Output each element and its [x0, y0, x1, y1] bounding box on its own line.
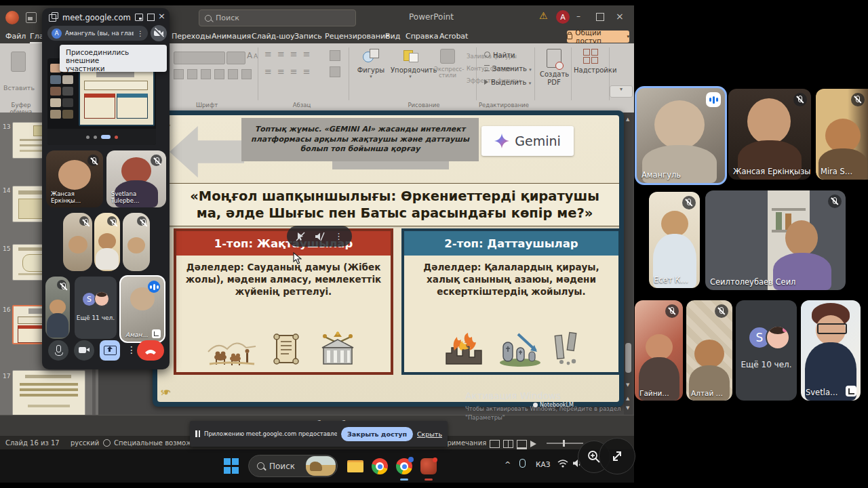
- reading-view-icon[interactable]: [517, 440, 527, 449]
- expand-window-icon[interactable]: [147, 14, 155, 21]
- more-vert-icon[interactable]: ⋮: [137, 30, 144, 37]
- status-language[interactable]: русский: [71, 439, 99, 447]
- find-button[interactable]: Найти: [484, 52, 515, 59]
- stop-sharing-button[interactable]: Закрыть доступ: [341, 427, 413, 441]
- pip-expand-icon[interactable]: [152, 329, 161, 338]
- close-button[interactable]: ×: [616, 11, 624, 22]
- slide-sorter-view-icon[interactable]: [503, 440, 513, 448]
- font-style-icons[interactable]: [174, 69, 252, 79]
- start-button[interactable]: [224, 458, 240, 474]
- pip-mode-icon[interactable]: [135, 14, 143, 21]
- camera-button[interactable]: [74, 340, 94, 361]
- overflow-participants-tile[interactable]: S Ещё 11 чел.: [75, 277, 117, 339]
- participant-tile[interactable]: [94, 213, 120, 271]
- shrink-font-icon[interactable]: А: [254, 53, 258, 60]
- tray-chevron-up-icon[interactable]: ^: [505, 460, 511, 469]
- tab-animations[interactable]: Анимация: [212, 32, 251, 41]
- taskbar-search-box[interactable]: Поиск: [248, 455, 338, 477]
- minimize-button[interactable]: –: [576, 12, 580, 21]
- create-pdf-button[interactable]: СоздатьPDF: [540, 49, 568, 86]
- tab-acrobat[interactable]: Acrobat: [439, 32, 468, 41]
- align-text-icon[interactable]: [330, 66, 340, 77]
- pause-share-icon[interactable]: [195, 430, 200, 437]
- participant-tile[interactable]: Жансая Еркінқы…: [46, 150, 103, 207]
- tab-record[interactable]: Запись: [294, 32, 322, 41]
- hangup-button[interactable]: [137, 340, 164, 361]
- next-slide-icon[interactable]: ▼: [626, 405, 629, 411]
- participant-tile[interactable]: Алтай …: [686, 300, 732, 401]
- file-explorer-icon[interactable]: [347, 458, 363, 474]
- more-options-icon[interactable]: ⋮: [127, 344, 136, 355]
- participant-name: Сеилтолеубаев Сеил: [710, 277, 795, 287]
- scrollbar-thumb[interactable]: [625, 343, 631, 373]
- share-button[interactable]: Общий доступ ▾: [567, 30, 629, 43]
- powerpoint-taskbar-icon[interactable]: [420, 458, 437, 474]
- canvas-scrollbar[interactable]: ▲ ▼ ▲ ▼: [624, 113, 633, 420]
- normal-view-icon[interactable]: [490, 440, 500, 448]
- chrome-icon[interactable]: [372, 458, 388, 474]
- zoom-slider[interactable]: [547, 443, 583, 444]
- text-direction-icon[interactable]: [330, 50, 340, 61]
- scroll-up-icon[interactable]: ▲: [626, 117, 629, 122]
- previous-slide-icon[interactable]: ▲: [626, 396, 629, 401]
- warning-icon[interactable]: ⚠: [539, 10, 548, 21]
- addins-button[interactable]: Надстройки: [574, 49, 608, 74]
- participant-tile[interactable]: Сеилтолеубаев Сеил: [705, 190, 846, 290]
- participant-tile[interactable]: Амангуль: [635, 86, 727, 185]
- tab-file[interactable]: Файл: [5, 32, 26, 41]
- fullscreen-overlay-button[interactable]: [599, 438, 635, 474]
- participant-tile[interactable]: Svetla…: [801, 300, 861, 401]
- select-button[interactable]: Выделить ▾: [484, 79, 531, 86]
- self-video-tile[interactable]: Аман…: [119, 275, 165, 343]
- chrome-profile-icon[interactable]: [396, 458, 412, 474]
- maximize-button[interactable]: [596, 13, 604, 21]
- align-icons[interactable]: ≡≡≡≡: [264, 66, 311, 77]
- tab-transitions[interactable]: Переходы: [172, 32, 211, 41]
- ribbon-collapse-button[interactable]: ▾: [610, 85, 633, 98]
- paste-button[interactable]: [8, 52, 28, 80]
- participant-tile[interactable]: Есет К…: [649, 192, 700, 288]
- quick-styles-button[interactable]: Экспресс-стили: [434, 49, 461, 79]
- slide-thumbnail-17[interactable]: [12, 370, 85, 416]
- audio-off-icon[interactable]: [315, 232, 325, 241]
- more-options-icon[interactable]: ⋮: [334, 231, 343, 241]
- camera-off-button[interactable]: [151, 25, 167, 41]
- tray-mic-icon[interactable]: [519, 459, 526, 468]
- participant-tile[interactable]: Svetlana Tulepbe…: [106, 150, 166, 207]
- ppt-search-box[interactable]: Поиск: [199, 9, 356, 26]
- participant-tile[interactable]: [63, 213, 92, 271]
- mic-button[interactable]: [48, 340, 68, 361]
- shapes-icon: [363, 49, 379, 64]
- task-banner: Топтық жұмыс. «GEMINI AI» жасанды интелл…: [241, 118, 479, 161]
- save-icon[interactable]: [26, 12, 37, 23]
- keyboard-layout[interactable]: КАЗ: [536, 460, 550, 468]
- tab-review[interactable]: Рецензирование: [325, 32, 390, 41]
- participant-tile[interactable]: Жансая Еркінқызы: [728, 89, 811, 180]
- overflow-participants-tile[interactable]: S Ещё 10 чел.: [736, 300, 797, 401]
- tab-help[interactable]: Справка: [406, 32, 438, 41]
- shapes-button[interactable]: Фигуры ▾: [355, 49, 387, 79]
- participant-tile[interactable]: [123, 213, 150, 271]
- slideshow-view-icon[interactable]: [530, 441, 536, 447]
- scroll-down-icon[interactable]: ▼: [626, 382, 629, 388]
- pip-expand-icon[interactable]: [846, 386, 856, 396]
- list-icons[interactable]: ≡≡≡≡: [264, 49, 311, 59]
- wifi-icon[interactable]: [557, 459, 568, 468]
- font-size-box[interactable]: [226, 52, 245, 64]
- participant-tile[interactable]: Mira S…: [816, 89, 868, 180]
- arrange-button[interactable]: Упорядочить ▾: [391, 49, 430, 79]
- present-button[interactable]: [100, 340, 120, 361]
- grow-font-icon[interactable]: А: [247, 51, 252, 60]
- self-participant-pill[interactable]: А Амангуль (вы, на главном… ⋮: [47, 26, 148, 41]
- status-notes-button[interactable]: Примечания: [442, 439, 486, 447]
- font-name-box[interactable]: [174, 52, 225, 64]
- hide-banner-link[interactable]: Скрыть: [417, 430, 442, 438]
- pointer-off-icon[interactable]: [296, 232, 305, 241]
- participant-tile[interactable]: Гайни…: [635, 300, 683, 401]
- participant-tile[interactable]: [45, 277, 70, 339]
- tab-view[interactable]: Вид: [385, 32, 400, 41]
- close-window-icon[interactable]: ×: [158, 11, 165, 21]
- tab-slideshow[interactable]: Слайд-шоу: [252, 32, 294, 41]
- replace-button[interactable]: Заменить ▾: [484, 65, 532, 73]
- account-avatar[interactable]: А: [556, 10, 570, 24]
